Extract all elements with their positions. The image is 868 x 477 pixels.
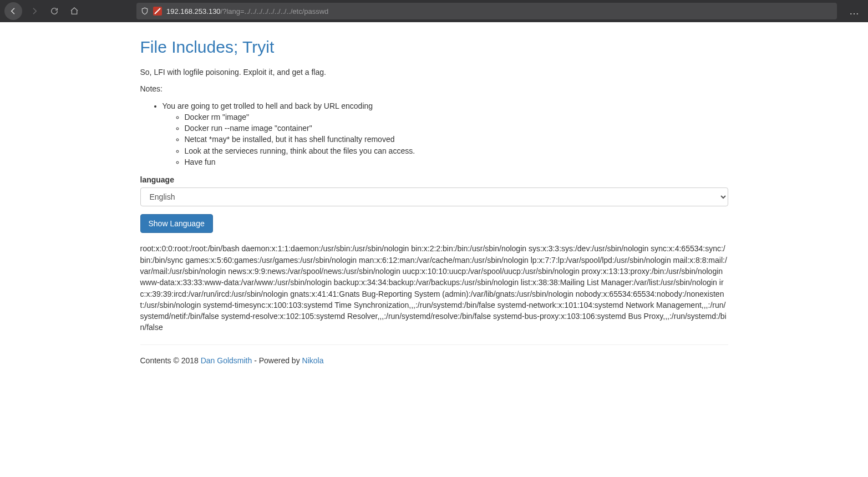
notes-list: You are going to get trolled to hell and… <box>140 100 728 168</box>
url-host: 192.168.253.130 <box>166 7 221 16</box>
page-title: File Includes; Tryit <box>140 38 728 57</box>
browser-menu-button[interactable]: … <box>846 6 864 17</box>
reload-button[interactable] <box>47 3 62 19</box>
footer-prefix: Contents © 2018 <box>140 356 201 365</box>
url-bar[interactable]: 192.168.253.130/?lang=../../../../../../… <box>136 3 837 19</box>
site-identity-icon[interactable] <box>153 7 162 16</box>
footer-middle: - Powered by <box>252 356 302 365</box>
notes-sublist: Docker rm "image" Docker run --name imag… <box>163 111 728 168</box>
note-sub-3: Look at the servieces running, think abo… <box>185 145 728 156</box>
forward-button[interactable] <box>27 3 42 19</box>
home-button[interactable] <box>67 3 82 19</box>
show-language-button[interactable]: Show Language <box>140 214 213 233</box>
shield-icon <box>141 7 149 15</box>
note-top: You are going to get trolled to hell and… <box>163 100 728 111</box>
footer: Contents © 2018 Dan Goldsmith - Powered … <box>140 356 728 365</box>
page-content: File Includes; Tryit So, LFI with logfil… <box>129 22 739 387</box>
footer-author-link[interactable]: Dan Goldsmith <box>201 356 252 365</box>
passwd-output: root:x:0:0:root:/root:/bin/bash daemon:x… <box>140 243 728 333</box>
footer-engine-link[interactable]: Nikola <box>302 356 324 365</box>
url-text: 192.168.253.130/?lang=../../../../../../… <box>166 7 328 16</box>
notes-label: Notes: <box>140 83 728 94</box>
note-sub-1: Docker run --name image "container" <box>185 123 728 134</box>
note-sub-0: Docker rm "image" <box>185 111 728 123</box>
url-path: /?lang=../../../../../../../../etc/passw… <box>221 7 329 16</box>
language-select[interactable]: English <box>140 187 728 206</box>
note-sub-4: Have fun <box>185 156 728 168</box>
intro-text: So, LFI with logfile poisoning. Exploit … <box>140 67 728 78</box>
note-sub-2: Netcat *may* be installed, but it has sh… <box>185 134 728 145</box>
language-label: language <box>140 175 728 184</box>
back-button[interactable] <box>4 2 22 20</box>
browser-toolbar: 192.168.253.130/?lang=../../../../../../… <box>0 0 868 22</box>
footer-divider <box>140 344 728 345</box>
